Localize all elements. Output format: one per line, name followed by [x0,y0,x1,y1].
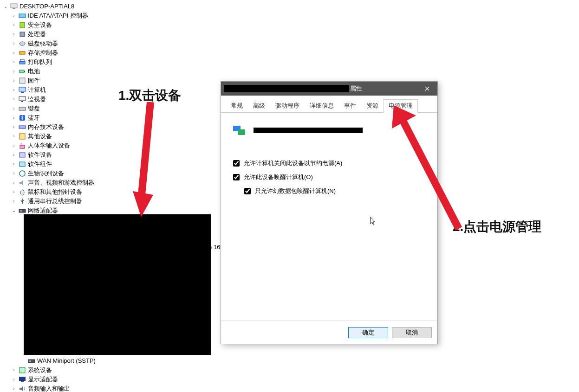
chevron-right-icon[interactable]: › [11,113,17,122]
ide-icon [19,12,26,19]
tree-node-label: 存储控制器 [28,48,58,58]
svg-rect-32 [21,381,24,382]
tree-node-label: 通用串行总线控制器 [28,197,82,206]
redacted-area [24,214,211,355]
checkbox-label: 只允许幻数据包唤醒计算机(N) [255,187,336,195]
tab-0[interactable]: 常规 [226,99,248,112]
tree-node[interactable]: ›系统设备 [2,366,579,375]
tab-2[interactable]: 驱动程序 [270,99,305,112]
tab-4[interactable]: 事件 [339,99,361,112]
tree-node[interactable]: ›安全设备 [2,20,579,30]
svg-rect-29 [29,360,31,362]
ok-button[interactable]: 确定 [348,327,388,338]
tree-node[interactable]: ›电池 [2,67,579,76]
chevron-right-icon[interactable]: › [11,384,17,392]
chevron-right-icon[interactable]: › [11,30,17,39]
tree-node[interactable]: ›存储控制器 [2,48,579,58]
tree-node-label: 安全设备 [28,20,52,30]
svg-point-25 [20,190,24,195]
chevron-right-icon[interactable]: › [11,375,17,384]
tree-node-label: 计算机 [28,85,46,95]
chevron-right-icon[interactable]: › [11,150,17,160]
checkbox-label: 允许此设备唤醒计算机(O) [244,173,313,181]
chevron-right-icon[interactable]: › [11,141,17,150]
chevron-down-icon[interactable]: ⌄ [11,206,17,215]
chevron-right-icon[interactable]: › [11,48,17,58]
checkbox-input[interactable] [244,188,251,194]
tree-node-label: 软件设备 [28,150,52,160]
svg-rect-15 [21,101,23,102]
cursor-icon [370,217,377,226]
tree-node-label: 软件组件 [28,160,52,169]
tree-root[interactable]: ⌄ DESKTOP-APTIAL8 [2,2,579,11]
annotation-arrow-2 [389,104,463,232]
svg-point-20 [20,143,22,145]
svg-rect-8 [20,59,24,61]
chevron-right-icon[interactable]: › [11,11,17,20]
annotation-step2: 2.点击电源管理 [453,218,541,236]
tab-3[interactable]: 详细信息 [305,99,339,112]
svg-rect-31 [19,377,26,381]
chevron-right-icon[interactable]: › [11,187,17,197]
svg-rect-30 [20,367,25,373]
svg-rect-14 [19,96,26,101]
chevron-right-icon[interactable]: › [11,104,17,113]
chevron-right-icon[interactable]: › [11,58,17,67]
chevron-right-icon[interactable]: › [11,76,17,85]
redacted-title [224,85,349,92]
checkbox-input[interactable] [233,160,240,167]
svg-rect-13 [21,92,24,93]
tab-1[interactable]: 高级 [248,99,270,112]
tree-node-label: 网络适配器 [28,206,58,215]
tree-node[interactable]: ›磁盘驱动器 [2,39,579,48]
chevron-right-icon[interactable]: › [11,160,17,169]
svg-rect-1 [13,8,15,9]
tree-node[interactable]: ›IDE ATA/ATAPI 控制器 [2,11,579,20]
tab-5[interactable]: 资源 [361,99,384,112]
computer-icon [10,3,18,10]
svg-rect-23 [20,162,25,167]
cancel-button[interactable]: 取消 [392,327,432,338]
cpu-icon [19,31,26,38]
tree-node[interactable]: ›音频输入和输出 [2,384,579,392]
chevron-right-icon[interactable]: › [11,20,17,30]
keyboard-icon [19,105,26,112]
svg-rect-19 [20,134,25,139]
dialog-titlebar[interactable]: 属性 [221,82,437,96]
network-adapter-icon [28,357,35,365]
system-icon [19,366,26,374]
tree-child-label: WAN Miniport (SSTP) [37,356,96,366]
dialog-title-suffix: 属性 [350,84,362,93]
chevron-right-icon[interactable]: › [11,178,17,187]
annotation-arrow-1 [131,102,159,218]
svg-rect-0 [11,4,17,8]
chevron-right-icon[interactable]: › [11,67,17,76]
checkbox-label: 允许计算机关闭此设备以节约电源(A) [244,159,342,167]
chevron-down-icon[interactable]: ⌄ [3,2,8,11]
tree-node-label: 监视器 [28,95,46,104]
chevron-right-icon[interactable]: › [11,85,17,95]
tree-node[interactable]: ›处理器 [2,30,579,39]
security-icon [19,21,26,29]
chevron-right-icon[interactable]: › [11,169,17,178]
tree-node-label: 内存技术设备 [28,122,64,132]
chevron-right-icon[interactable]: › [11,197,17,206]
chevron-right-icon[interactable]: › [11,39,17,48]
chevron-right-icon[interactable]: › [11,122,17,132]
svg-rect-7 [20,61,25,64]
checkbox-input[interactable] [233,174,240,180]
chevron-right-icon[interactable]: › [11,366,17,375]
svg-rect-12 [19,87,26,91]
svg-point-24 [20,171,25,176]
svg-rect-22 [20,153,25,157]
tree-node[interactable]: ›显示适配器 [2,375,579,384]
chevron-right-icon[interactable]: › [11,95,17,104]
chevron-right-icon[interactable]: › [11,132,17,141]
close-button[interactable] [417,82,437,96]
svg-rect-9 [20,70,24,73]
svg-rect-27 [20,210,22,212]
tree-node[interactable]: ›打印队列 [2,58,579,67]
tree-child-wan-sstp[interactable]: WAN Miniport (SSTP) [2,356,579,366]
svg-rect-2 [19,14,26,18]
dialog-button-bar: 确定 取消 [221,321,437,344]
